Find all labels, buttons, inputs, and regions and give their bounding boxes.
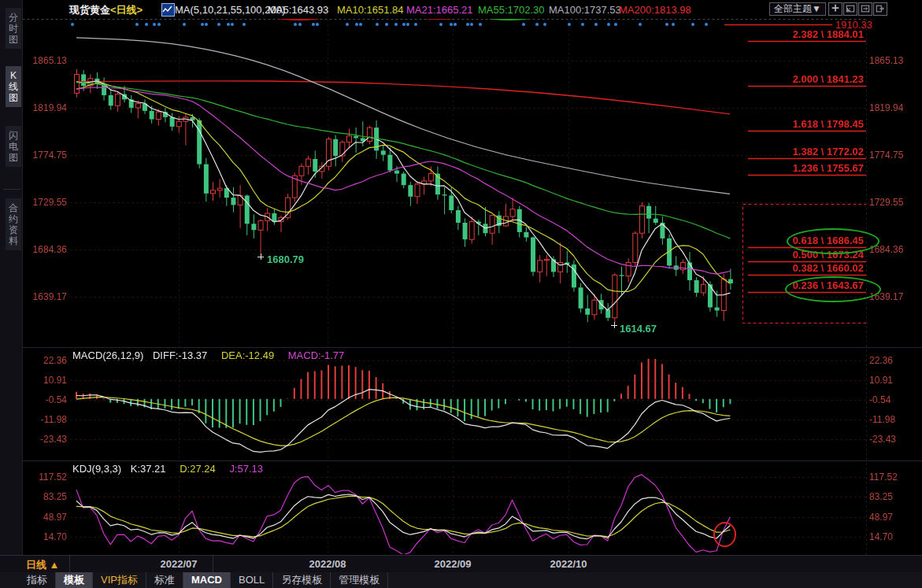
axis-label: -0.54 (20, 394, 67, 405)
macd-diff-value: DIFF:-13.37 (153, 349, 207, 361)
annotation-ellipse (787, 228, 879, 254)
fib-level-label: 1.236 \ 1755.67 (748, 162, 864, 174)
chart-canvas[interactable] (0, 0, 922, 588)
axis-label: -0.54 (869, 394, 920, 405)
axis-label: 1684.36 (20, 244, 67, 255)
symbol-title: 现货黄金<日线> (69, 3, 143, 17)
annotation-ellipse (785, 276, 881, 302)
ma-legend-item: MA100:1737.53 (549, 4, 621, 16)
axis-label: 14.70 (20, 531, 67, 542)
toolbar-item-1[interactable]: 指标 (19, 572, 56, 588)
fib-level-label: 2.000 \ 1841.23 (748, 73, 864, 85)
annotation-ellipse (713, 522, 736, 547)
axis-label: 10.91 (20, 375, 67, 386)
macd-header: MACD(26,12,9) DIFF:-13.37 DEA:-12.49 MAC… (72, 349, 344, 361)
kdj-k-value: K:37.21 (131, 463, 166, 475)
toolbar-item-4[interactable]: 标准 (146, 572, 183, 588)
ma-legend-item: MA21:1665.21 (406, 4, 473, 16)
axis-label: 117.52 (20, 472, 67, 483)
date-tick-label: 2022/08 (309, 558, 346, 570)
kline-type-icon[interactable] (161, 3, 175, 17)
axis-label: 1819.94 (869, 102, 920, 113)
kdj-j-value: J:57.13 (229, 463, 263, 475)
move-icon[interactable] (828, 2, 842, 16)
ma-legend-item: MA55:1702.30 (478, 4, 545, 16)
date-cell-border (213, 556, 213, 573)
axis-label: -11.98 (20, 414, 67, 425)
toolbar-item-3[interactable]: VIP指标 (93, 572, 146, 588)
axis-label: 14.70 (869, 531, 920, 542)
fib-level-label: 2.382 \ 1884.01 (748, 28, 864, 40)
axis-label: -23.43 (20, 434, 67, 445)
axis-label: 117.52 (869, 472, 920, 483)
axis-label: 22.36 (869, 355, 920, 366)
period-tag: <日线> (110, 4, 143, 16)
axis-label: 1774.75 (20, 150, 67, 161)
ma-legend-item: MA5:1643.93 (268, 4, 328, 16)
panel-separator (0, 347, 922, 348)
sidebar-tab-1[interactable]: 分 时 图 (6, 8, 21, 49)
pane-layout-icon[interactable] (843, 2, 857, 16)
period-selector[interactable]: 日线 ▲ (26, 558, 59, 572)
date-axis-row: 日线 ▲ 2022/072022/082022/092022/10 (0, 555, 922, 574)
toolbar-item-7[interactable]: 另存模板 (273, 572, 331, 588)
trading-app-window: 现货黄金<日线> 全部主题▼ MA(5,10,21,55,100,200)MA5… (0, 0, 922, 588)
date-cell-border (69, 556, 70, 573)
sidebar-tab-3[interactable]: 闪 电 图 (6, 126, 21, 167)
sidebar-tab-4[interactable]: 合 约 资 料 (6, 198, 21, 250)
theme-dropdown-button[interactable]: 全部主题▼ (769, 2, 826, 16)
toolbar-item-5[interactable]: MACD (183, 572, 231, 588)
toolbar-item-6[interactable]: BOLL (231, 572, 273, 588)
axis-label: 10.91 (869, 375, 920, 386)
axis-label: 48.97 (20, 512, 67, 523)
sidebar-tab-2[interactable]: K 线 图 (6, 66, 21, 107)
pane-export-icon[interactable] (873, 2, 887, 16)
axis-label: 1774.75 (869, 150, 920, 161)
axis-label: -11.98 (869, 414, 920, 425)
ma-legend-item: MA10:1651.84 (337, 4, 404, 16)
bottom-toolbar: 指标模板VIP指标标准MACDBOLL另存模板管理模板 (0, 572, 922, 588)
axis-label: 1639.17 (20, 291, 67, 302)
sidebar-divider (3, 189, 20, 190)
axis-label: 83.25 (869, 491, 920, 502)
fib-level-label: 1.382 \ 1772.02 (748, 146, 864, 157)
macd-macd-value: MACD:-1.77 (288, 349, 345, 361)
toolbar-item-2[interactable]: 模板 (56, 572, 93, 588)
date-tick-label: 2022/10 (550, 558, 587, 570)
axis-label: 1684.36 (869, 244, 920, 255)
fib-level-label: 1.618 \ 1798.45 (748, 118, 864, 130)
axis-label: 22.36 (20, 355, 67, 366)
kdj-header: KDJ(9,3,3) K:37.21 D:27.24 J:57.13 (72, 463, 263, 475)
axis-label: 1729.55 (869, 197, 920, 208)
price-low-label: 1614.67 (620, 323, 657, 335)
axis-label: 83.25 (20, 491, 67, 502)
symbol-name: 现货黄金 (69, 4, 110, 16)
date-tick-label: 2022/07 (161, 558, 198, 570)
price-low-label: 1680.79 (267, 253, 304, 265)
kdj-title: KDJ(9,3,3) (72, 463, 121, 475)
sidebar: 分 时 图K 线 图闪 电 图合 约 资 料 (0, 0, 23, 555)
kdj-d-value: D:27.24 (180, 463, 216, 475)
topbar: 现货黄金<日线> 全部主题▼ MA(5,10,21,55,100,200)MA5… (0, 0, 922, 19)
pane-bottom-icon[interactable] (858, 2, 872, 16)
date-tick-label: 2022/09 (435, 558, 472, 570)
axis-label: 1865.13 (869, 55, 920, 66)
ma-legend-item: MA200:1813.98 (619, 4, 691, 16)
macd-title: MACD(26,12,9) (72, 349, 143, 361)
axis-label: 1729.55 (20, 197, 67, 208)
axis-label: -23.43 (869, 434, 920, 445)
toolbar-item-8[interactable]: 管理模板 (331, 572, 388, 588)
axis-label: 1819.94 (20, 102, 67, 113)
axis-label: 48.97 (869, 512, 920, 523)
fib-level-label: 0.382 \ 1660.02 (748, 262, 864, 274)
axis-label: 1865.13 (20, 55, 67, 66)
macd-dea-value: DEA:-12.49 (221, 349, 274, 361)
panel-separator (0, 460, 922, 461)
